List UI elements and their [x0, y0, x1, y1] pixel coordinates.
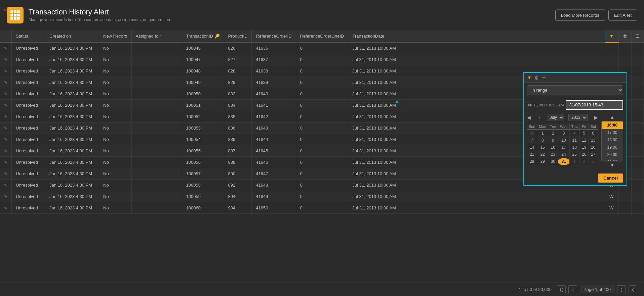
cal-day[interactable]: 26: [579, 151, 589, 158]
cal-day[interactable]: 21: [527, 151, 537, 158]
cal-day[interactable]: 27: [589, 151, 598, 158]
row-reforderlineid: 0: [296, 42, 348, 54]
col-transdate-header[interactable]: TransactionDate: [348, 30, 605, 42]
cal-day[interactable]: 6: [589, 130, 598, 137]
col-filter-header[interactable]: ▼: [605, 30, 619, 42]
time-item[interactable]: 16:00: [602, 121, 623, 129]
time-up-button[interactable]: ▲: [609, 114, 616, 121]
cal-day[interactable]: 29: [537, 158, 548, 165]
cal-day[interactable]: 31: [558, 158, 570, 165]
row-edit[interactable]: ✎: [0, 100, 12, 111]
row-prodid: 887: [224, 145, 252, 157]
row-txid: 100057: [182, 168, 224, 180]
filter-trash-button[interactable]: 🗑: [534, 75, 539, 80]
cal-day[interactable]: 13: [589, 137, 598, 144]
row-edit[interactable]: ✎: [0, 157, 12, 168]
cal-day[interactable]: 30: [548, 158, 558, 165]
row-edit[interactable]: ✎: [0, 180, 12, 191]
cal-grid-body: 3012345678910111213141516171819202122232…: [527, 130, 598, 165]
cal-day[interactable]: 2: [579, 158, 589, 165]
row-assigned: [131, 168, 182, 180]
cal-day[interactable]: 7: [527, 137, 537, 144]
cal-day[interactable]: 4: [570, 130, 580, 137]
cancel-button[interactable]: Cancel: [598, 174, 623, 183]
row-edit[interactable]: ✎: [0, 134, 12, 145]
first-page-button[interactable]: ⟨⟨: [557, 285, 566, 294]
row-edit[interactable]: ✎: [0, 202, 12, 214]
row-edit[interactable]: ✎: [0, 122, 12, 134]
row-prodid: 829: [224, 77, 252, 88]
cal-year-select[interactable]: 2013: [568, 114, 588, 121]
cal-day[interactable]: 2: [548, 130, 558, 137]
cal-day[interactable]: 25: [570, 151, 580, 158]
cal-day[interactable]: 18: [570, 144, 580, 151]
row-extra3: [632, 88, 644, 100]
table-row: ✎ Unresolved Jan 16, 2023 4:30 PM No 100…: [0, 54, 644, 65]
cal-day[interactable]: 24: [558, 151, 570, 158]
row-edit[interactable]: ✎: [0, 88, 12, 100]
cal-day[interactable]: 1: [537, 130, 548, 137]
cal-header: ◀ ⌂ July - 2013 ▶: [527, 114, 598, 121]
row-extra3: [632, 134, 644, 145]
cal-day[interactable]: 3: [558, 130, 570, 137]
row-edit[interactable]: ✎: [0, 77, 12, 88]
prev-page-button[interactable]: ⟨: [568, 285, 577, 294]
cal-month-select[interactable]: July: [547, 114, 564, 121]
last-page-button[interactable]: ⟩⟩: [629, 285, 637, 294]
row-edit[interactable]: ✎: [0, 145, 12, 157]
row-edit[interactable]: ✎: [0, 111, 12, 122]
row-extra3: [632, 168, 644, 180]
col-assigned-header[interactable]: Assigned to ↑: [131, 30, 182, 42]
row-created: Jan 16, 2023 4:30 PM: [45, 191, 99, 202]
cal-day[interactable]: 8: [537, 137, 548, 144]
cal-day[interactable]: 23: [548, 151, 558, 158]
time-item[interactable]: 21:00: [602, 158, 623, 161]
cal-day[interactable]: 17: [558, 144, 570, 151]
cal-day[interactable]: 14: [527, 144, 537, 151]
cal-day[interactable]: 15: [537, 144, 548, 151]
cal-home-button[interactable]: ⌂: [537, 115, 540, 120]
cal-day[interactable]: 10: [558, 137, 570, 144]
row-status: Unresolved: [12, 77, 45, 88]
range-select[interactable]: In range Before After Equals: [527, 85, 623, 95]
cal-day[interactable]: 30: [527, 130, 537, 137]
time-item[interactable]: 17:00: [602, 129, 623, 136]
cal-day[interactable]: 3: [589, 158, 598, 165]
row-edit[interactable]: ✎: [0, 42, 12, 54]
filter-menu-button[interactable]: ☰: [542, 75, 546, 80]
time-down-button[interactable]: ▼: [609, 161, 616, 169]
cal-day[interactable]: 19: [579, 144, 589, 151]
cal-week-row: 78910111213: [527, 137, 598, 144]
edit-alert-button[interactable]: Edit Alert: [608, 9, 637, 20]
row-status: Unresolved: [12, 168, 45, 180]
row-edit[interactable]: ✎: [0, 54, 12, 65]
cal-day[interactable]: 16: [548, 144, 558, 151]
col-menu-header[interactable]: ☰: [632, 30, 644, 42]
row-edit[interactable]: ✎: [0, 168, 12, 180]
cal-week-row: 30123456: [527, 130, 598, 137]
row-created: Jan 16, 2023 4:30 PM: [45, 77, 99, 88]
cal-day[interactable]: 22: [537, 151, 548, 158]
time-item[interactable]: 18:00: [602, 136, 623, 144]
filter-funnel-button[interactable]: ▼: [527, 75, 532, 80]
cal-day[interactable]: 1: [570, 158, 580, 165]
row-edit[interactable]: ✎: [0, 191, 12, 202]
row-txid: 100047: [182, 54, 224, 65]
cal-next-button[interactable]: ▶: [594, 115, 598, 120]
time-item[interactable]: 19:00: [602, 144, 623, 151]
load-more-button[interactable]: Load More Records: [555, 9, 605, 20]
cal-day[interactable]: 12: [579, 137, 589, 144]
row-edit[interactable]: ✎: [0, 65, 12, 77]
cal-day[interactable]: 20: [589, 144, 598, 151]
cal-prev-button[interactable]: ◀: [527, 115, 531, 120]
svg-rect-7: [14, 17, 16, 20]
time-item[interactable]: 20:00: [602, 151, 623, 158]
cal-day[interactable]: 28: [527, 158, 537, 165]
col-trash-header[interactable]: 🗑: [619, 30, 632, 42]
cal-day[interactable]: 5: [579, 130, 589, 137]
cal-day[interactable]: 11: [570, 137, 580, 144]
cal-day[interactable]: 9: [548, 137, 558, 144]
next-page-button[interactable]: ⟩: [617, 285, 626, 294]
date-input[interactable]: [566, 100, 623, 110]
date-label: Jul 31, 2013 10:00 AM: [527, 103, 564, 107]
